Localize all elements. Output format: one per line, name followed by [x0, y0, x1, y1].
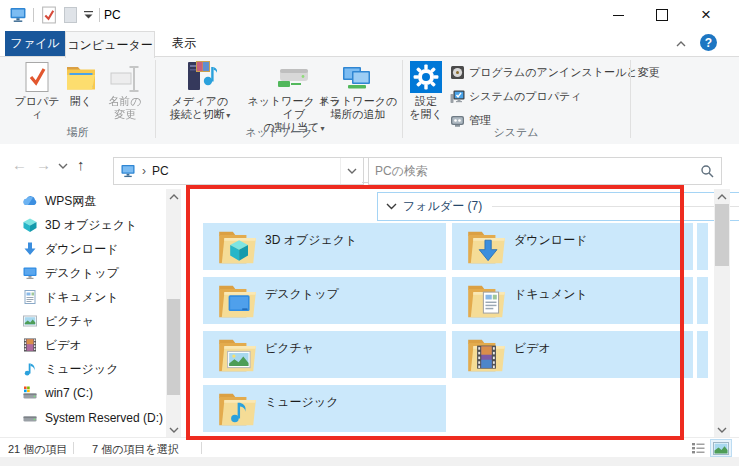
sidebar-item-label: ビデオ: [45, 337, 82, 354]
folder-tile-documents[interactable]: ドキュメント: [452, 277, 693, 324]
folder-desktop-icon: [215, 280, 259, 321]
sidebar-item-desktop[interactable]: デスクトップ: [0, 261, 165, 285]
divider: [630, 60, 631, 138]
up-icon[interactable]: ↑: [77, 156, 85, 173]
folder-tile-label: デスクトップ: [265, 286, 339, 303]
selected-count: 7 個の項目を選択: [92, 442, 179, 457]
open-folder-icon: [65, 63, 97, 93]
media-connect-button[interactable]: メディアの 接続と切断▾: [157, 59, 243, 122]
media-connect-label: メディアの 接続と切断: [170, 95, 228, 120]
tab-view[interactable]: 表示: [153, 31, 215, 56]
navigation-pane: WPS网盘 3D オブジェクト ダウンロード: [0, 189, 185, 437]
properties-icon: [24, 61, 50, 93]
item-count: 21 個の項目: [8, 442, 68, 457]
search-box[interactable]: [368, 157, 722, 185]
scroll-up-icon[interactable]: [714, 190, 730, 203]
sidebar-item-label: ピクチャ: [45, 313, 94, 330]
folder-tile-desktop[interactable]: デスクトップ: [203, 277, 446, 324]
sidebar-item-drive-c[interactable]: win7 (C:): [0, 381, 165, 405]
system-properties-button[interactable]: システムのプロパティ: [450, 87, 582, 105]
group-header-folders[interactable]: フォルダー (7): [377, 192, 739, 221]
dropdown-caret-icon: ▾: [226, 111, 230, 120]
search-icon[interactable]: [700, 164, 714, 178]
details-view-button[interactable]: [688, 440, 708, 456]
scroll-down-icon[interactable]: [714, 423, 730, 436]
minimize-ribbon-button[interactable]: [672, 36, 690, 52]
pc-window-icon: [9, 7, 27, 23]
quick-access-properties-icon[interactable]: [41, 6, 57, 24]
recent-locations-icon[interactable]: [58, 163, 68, 169]
tab-file[interactable]: ファイル: [5, 31, 65, 56]
thumbnail-view-icon: [713, 442, 729, 455]
folder-tile-downloads[interactable]: ダウンロード: [452, 223, 693, 270]
desktop-icon: [22, 265, 38, 281]
folder-music-icon: [215, 388, 259, 429]
document-icon: [22, 289, 38, 305]
back-icon[interactable]: ←: [12, 156, 27, 173]
address-toolbar: ← → ↑ › PC ↻: [0, 144, 739, 189]
group-header-label: フォルダー (7): [403, 198, 482, 215]
scroll-down-icon[interactable]: [166, 423, 181, 436]
videos-icon: [22, 337, 38, 353]
properties-label: プロパティ: [12, 95, 62, 121]
rename-label: 名前の 変更: [108, 95, 141, 121]
open-label: 開く: [70, 95, 92, 108]
quick-access-customize-icon[interactable]: [83, 11, 94, 20]
drive-icon: [22, 410, 38, 426]
sidebar-item-3d-objects[interactable]: 3D オブジェクト: [0, 213, 165, 237]
quick-access-disabled-icon[interactable]: [63, 6, 78, 24]
rename-button[interactable]: 名前の 変更: [100, 59, 150, 121]
open-settings-label: 設定 を開く: [409, 95, 443, 121]
folder-tile-videos[interactable]: ビデオ: [452, 331, 693, 378]
sidebar-item-downloads[interactable]: ダウンロード: [0, 237, 165, 261]
drive-windows-icon: [22, 385, 38, 401]
folder-tile-music[interactable]: ミュージック: [203, 385, 446, 432]
close-icon: ×: [701, 5, 711, 25]
address-bar[interactable]: › PC: [113, 157, 364, 185]
folder-3d-icon: [215, 226, 259, 267]
folder-documents-icon: [464, 280, 508, 321]
sidebar-item-videos[interactable]: ビデオ: [0, 333, 165, 357]
minimize-button[interactable]: [596, 0, 640, 30]
address-dropdown-button[interactable]: [340, 158, 363, 184]
tab-computer[interactable]: コンピューター: [65, 31, 155, 58]
sidebar-item-documents[interactable]: ドキュメント: [0, 285, 165, 309]
sidebar-item-drive-d[interactable]: System Reserved (D:): [0, 406, 165, 430]
sidebar-item-label: ドキュメント: [45, 289, 119, 306]
system-properties-icon: [450, 89, 465, 104]
rename-icon: [110, 65, 140, 93]
ribbon-tab-row: ファイル コンピューター 表示 ?: [0, 30, 739, 56]
details-view-icon: [691, 442, 705, 454]
uninstall-program-icon: [450, 65, 465, 80]
sidebar-item-wps-cloud[interactable]: WPS网盘: [0, 189, 165, 213]
sidebar-item-music[interactable]: ミュージック: [0, 357, 165, 381]
close-button[interactable]: ×: [684, 0, 728, 30]
maximize-icon: [656, 9, 668, 21]
folder-tile-pictures[interactable]: ピクチャ: [203, 331, 446, 378]
folder-tile-label: ミュージック: [265, 394, 338, 411]
sidebar-scrollbar-thumb[interactable]: [167, 299, 180, 395]
forward-icon[interactable]: →: [36, 156, 51, 173]
breadcrumb-pc[interactable]: PC: [152, 164, 169, 178]
content-scrollbar-thumb[interactable]: [715, 204, 729, 266]
explorer-window: PC × ファイル コンピューター 表示 ? プロパティ: [0, 0, 739, 466]
search-input[interactable]: [369, 164, 700, 178]
divider: [33, 8, 34, 22]
open-settings-button[interactable]: 設定 を開く: [405, 59, 447, 121]
group-label-system: システム: [402, 125, 630, 140]
collapse-group-icon[interactable]: [386, 203, 397, 210]
scroll-up-icon[interactable]: [166, 190, 181, 203]
thumbnail-view-button[interactable]: [711, 440, 731, 456]
help-button[interactable]: ?: [700, 34, 717, 51]
folder-videos-icon: [464, 334, 508, 375]
folder-tile-3d-objects[interactable]: 3D オブジェクト: [203, 223, 446, 270]
divider: [99, 8, 100, 22]
properties-button[interactable]: プロパティ: [12, 59, 62, 121]
folder-tile-partial: [697, 331, 708, 378]
maximize-button[interactable]: [640, 0, 684, 30]
uninstall-program-button[interactable]: プログラムのアンインストールと変更: [450, 63, 660, 81]
sidebar-item-pictures[interactable]: ピクチャ: [0, 309, 165, 333]
breadcrumb-separator-icon: ›: [142, 164, 146, 178]
open-button[interactable]: 開く: [62, 59, 100, 108]
add-network-location-button[interactable]: ネットワークの 場所の追加: [316, 59, 400, 121]
